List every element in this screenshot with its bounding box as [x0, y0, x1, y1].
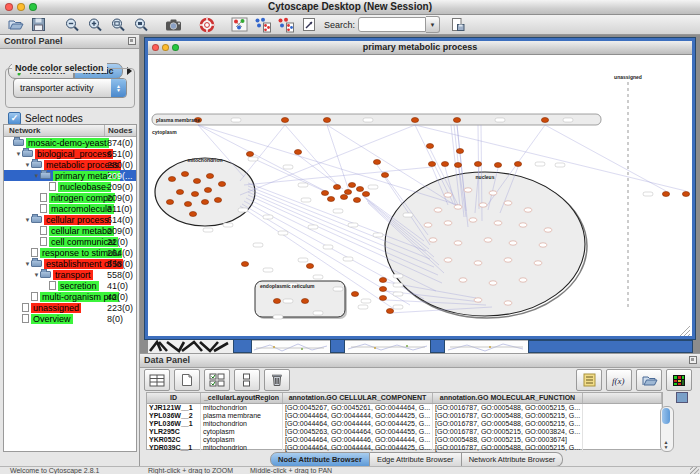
float-panel-icon[interactable] — [128, 37, 136, 45]
tree-row[interactable]: ▼ cellular process 614(0) — [4, 214, 136, 225]
tree-row[interactable]: Overview 8(0) — [4, 313, 136, 324]
network-canvas[interactable]: plasma membranecytoplasmmitochondrionnuc… — [148, 55, 692, 336]
disclosure-triangle-icon[interactable]: ▼ — [24, 261, 31, 267]
background-window-fragment[interactable] — [445, 340, 528, 353]
matrix-view-icon[interactable] — [666, 369, 692, 391]
data-panel-header[interactable]: Data Panel — [140, 354, 700, 368]
tree-row[interactable]: nucleobase- 209(0) — [4, 181, 136, 192]
annotation-icon[interactable] — [299, 16, 318, 33]
float-panel-icon[interactable] — [689, 356, 697, 364]
table-cell: mitochondrion — [201, 420, 283, 428]
zoom-in-icon[interactable] — [85, 16, 104, 33]
table-row[interactable]: YKR052Ccytoplasm[GO:0044464, GO:0044446,… — [147, 436, 662, 444]
import-attributes-icon[interactable] — [636, 369, 662, 391]
column-header[interactable] — [583, 393, 662, 403]
disclosure-triangle-icon[interactable]: ▼ — [33, 272, 40, 278]
column-header[interactable]: _cellularLayoutRegion — [201, 393, 283, 403]
network-view-window[interactable]: primary metabolic process plasma membran… — [144, 37, 696, 340]
attribute-list-icon[interactable] — [576, 369, 602, 391]
attribute-table-icon[interactable] — [144, 369, 170, 391]
table-corner-button[interactable] — [676, 392, 688, 403]
scrollbar-arrows-icon[interactable]: ▲▼ — [661, 440, 671, 450]
tree-row[interactable]: response to stimulu 264(0) — [4, 247, 136, 258]
column-header[interactable]: annotation.GO CELLULAR_COMPONENT — [283, 393, 433, 403]
search-input[interactable] — [358, 17, 426, 32]
attribute-table-header[interactable]: ID_cellularLayoutRegionannotation.GO CEL… — [147, 393, 662, 404]
save-session-icon[interactable] — [29, 16, 48, 33]
tree-row[interactable]: nitrogen compo 209(0) — [4, 192, 136, 203]
tree-row[interactable]: cellular metabo 209(0) — [4, 225, 136, 236]
attribute-browser-tab[interactable]: Network Attribute Browser — [462, 452, 564, 467]
select-attributes-icon[interactable] — [204, 369, 230, 391]
node-color-dropdown[interactable]: transporter activity ▲▼ — [13, 78, 127, 98]
tree-row-count: 223(0) — [107, 303, 133, 313]
background-window-fragment[interactable] — [233, 339, 252, 353]
disclosure-triangle-icon[interactable]: ▼ — [24, 162, 31, 168]
table-vertical-scrollbar[interactable]: ▲▼ — [660, 406, 674, 452]
background-window-fragment[interactable] — [252, 340, 330, 353]
save-network-image-icon[interactable] — [448, 16, 467, 33]
background-window-fragment[interactable] — [528, 340, 693, 353]
tree-row[interactable]: ▼ establishment of lo 558(0) — [4, 258, 136, 269]
function-builder-icon[interactable]: f(x) — [606, 369, 632, 391]
control-panel-header[interactable]: Control Panel — [0, 35, 139, 49]
disclosure-triangle-icon[interactable]: ▼ — [15, 151, 22, 157]
table-cell: [GO:0016787, GO:0005488, GO:0005215, G..… — [433, 404, 583, 412]
background-window-fragment[interactable] — [148, 340, 233, 353]
tree-row[interactable]: macromolecule 311(0) — [4, 203, 136, 214]
tree-row[interactable]: mosaic-demo-yeast 874(0) — [4, 137, 136, 148]
network-graph[interactable]: plasma membranecytoplasmmitochondrionnuc… — [148, 55, 692, 336]
disclosure-triangle-icon[interactable]: ▼ — [24, 217, 31, 223]
node-label-pill — [283, 299, 293, 303]
help-icon[interactable] — [197, 16, 216, 33]
attribute-browser-tab[interactable]: Node Attribute Browser — [270, 452, 370, 467]
background-window-fragment[interactable] — [345, 340, 430, 353]
edge — [545, 125, 666, 191]
tree-row[interactable]: multi-organism pro 42(0) — [4, 291, 136, 302]
layout-edges-icon[interactable] — [276, 16, 295, 33]
table-row[interactable]: YJR121W__1mitochondrion[GO:0045267, GO:0… — [147, 404, 662, 412]
table-cell: YLR295C — [147, 428, 201, 436]
table-row[interactable]: YPL036W__2plasma membrane[GO:0044464, GO… — [147, 412, 662, 420]
status-pan-hint: Middle-click + drag to PAN — [250, 467, 332, 474]
zoom-selected-icon[interactable] — [108, 16, 127, 33]
layout-nodes-icon[interactable] — [253, 16, 272, 33]
table-row[interactable]: YDR039C__1mitochondrion[GO:0044464, GO:0… — [147, 444, 662, 452]
file-icon — [40, 226, 47, 235]
zoom-out-icon[interactable] — [62, 16, 81, 33]
network-window-title-bar[interactable]: primary metabolic process — [148, 41, 692, 55]
disclosure-triangle-icon[interactable]: ▼ — [33, 173, 40, 179]
tree-row[interactable]: unassigned 223(0) — [4, 302, 136, 313]
selected-gene-node — [682, 192, 689, 197]
search-dropdown-icon[interactable]: ▼ — [426, 16, 440, 33]
attribute-browser-tab[interactable]: Edge Attribute Browser — [370, 452, 462, 467]
background-window-fragment[interactable] — [430, 339, 445, 353]
tree-row[interactable]: secretion 41(0) — [4, 280, 136, 291]
edge — [250, 157, 324, 191]
column-header[interactable]: annotation.GO MOLECULAR_FUNCTION — [433, 393, 583, 403]
table-row[interactable]: YLR295Ccytoplasm[GO:0045263, GO:0044464,… — [147, 428, 662, 436]
zoom-fit-icon[interactable] — [131, 16, 150, 33]
tree-row[interactable]: ▼ metabolic process 280(0) — [4, 159, 136, 170]
new-attribute-icon[interactable] — [174, 369, 200, 391]
tree-row[interactable]: cell communicat 22(0) — [4, 236, 136, 247]
tree-row[interactable]: ▼ biological_process 651(0) — [4, 148, 136, 159]
delete-attribute-icon[interactable] — [264, 369, 290, 391]
resize-grip[interactable] — [690, 467, 699, 474]
unselect-attributes-icon[interactable] — [234, 369, 260, 391]
selected-gene-node — [333, 185, 340, 190]
app-title-bar[interactable]: Cytoscape Desktop (New Session) — [0, 0, 700, 15]
snapshot-icon[interactable] — [164, 16, 183, 33]
tree-row-count: 41(0) — [107, 281, 128, 291]
selected-gene-node — [662, 192, 669, 197]
table-cell: [GO:0044464, GO:0044444, GO:0044425, G..… — [283, 420, 433, 428]
column-header[interactable]: ID — [147, 393, 201, 403]
tree-row[interactable]: ▼ transport 558(0) — [4, 269, 136, 280]
background-window-fragment[interactable] — [330, 339, 345, 353]
table-row[interactable]: YPL036W__1mitochondrion[GO:0044464, GO:0… — [147, 420, 662, 428]
vizmapper-icon[interactable] — [230, 16, 249, 33]
attribute-table[interactable]: ID_cellularLayoutRegionannotation.GO CEL… — [146, 392, 663, 450]
scrollbar-thumb[interactable] — [662, 408, 670, 424]
open-session-icon[interactable] — [6, 16, 25, 33]
tree-row[interactable]: ▼ primary metabo 209(... — [4, 170, 136, 181]
